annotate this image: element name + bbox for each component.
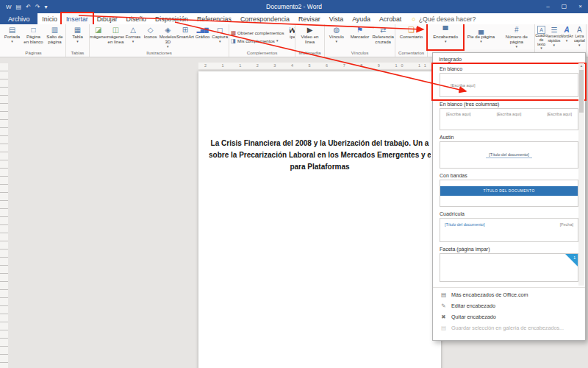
referencia-cruzada-button[interactable]: ⇄ Referencia cruzada <box>371 24 395 49</box>
button-label: Imágenes en línea <box>107 35 125 45</box>
tab-diseno[interactable]: Diseño <box>122 13 151 24</box>
numero-de-pagina-button[interactable]: # Número de página ▾ <box>499 24 534 49</box>
chevron-down-icon: ▾ <box>76 40 79 43</box>
button-label: Obtener complementos <box>237 30 284 35</box>
tab-disposicion[interactable]: Disposición <box>151 13 193 24</box>
header-style-en-blanco[interactable]: En blanco [Escriba aquí] <box>433 64 585 99</box>
marcador-button[interactable]: ⚑ Marcador <box>348 24 372 49</box>
undo-icon[interactable]: ↶ <box>26 4 31 10</box>
tab-dibujar[interactable]: Dibujar <box>93 13 122 24</box>
grafico-button[interactable]: ▂▅▇ Gráfico <box>194 24 212 49</box>
mis-complementos-button[interactable]: ◨ Mis complementos ▾ <box>231 38 288 44</box>
button-label: Página en blanco <box>24 35 43 45</box>
letra-capital-button[interactable]: A Letra capital ▾ <box>573 24 586 49</box>
document-page[interactable]: La Crisis Financiera del 2008 y la Uberi… <box>198 71 441 368</box>
word-logo-icon: W <box>6 4 12 10</box>
tab-insertar[interactable]: Insertar <box>62 13 93 24</box>
chevron-down-icon: ▾ <box>480 40 482 43</box>
cuadro-de-texto-button[interactable]: A Cuadro de texto ▾ <box>535 24 548 49</box>
encabezado-button[interactable]: ▀ Encabezado ▾ <box>428 24 463 49</box>
page-number: 1 <box>573 255 576 260</box>
modelos-3d-button[interactable]: ◈ Modelos 3D ▾ <box>159 24 177 49</box>
video-en-linea-button[interactable]: ▶ Video en línea <box>295 24 324 49</box>
remove-icon: ✖ <box>440 314 447 320</box>
header-style-faceta[interactable]: Faceta (página impar) 1 <box>433 244 585 284</box>
group-label: Ilustraciones <box>90 49 229 57</box>
tab-archivo[interactable]: Archivo <box>0 13 37 24</box>
tab-referencias[interactable]: Referencias <box>193 13 236 24</box>
word-window: W ▤ ↶ ↷ ▾ Documento2 - Word – ▢ × Archiv… <box>0 0 588 368</box>
group-label: Vínculos <box>325 49 395 57</box>
style-preview: TÍTULO DEL DOCUMENTO <box>440 180 578 207</box>
addins-column: ▩ Obtener complementos ◨ Mis complemento… <box>229 24 290 49</box>
scrollbar-thumb[interactable] <box>579 70 584 113</box>
button-label: Gráfico <box>196 35 210 40</box>
maximize-button[interactable]: ▢ <box>556 0 573 13</box>
iconos-button[interactable]: ◇ Iconos <box>142 24 159 49</box>
captura-button[interactable]: ◻ Captura ▾ <box>211 24 229 49</box>
tab-revisar[interactable]: Revisar <box>294 13 325 24</box>
document-title: La Crisis Financiera del 2008 y la Uberi… <box>209 138 431 174</box>
tab-acrobat[interactable]: Acrobat <box>375 13 406 24</box>
redo-icon[interactable]: ↷ <box>35 4 40 10</box>
gallery-scrollbar[interactable]: ▲ <box>578 63 584 286</box>
close-button[interactable]: × <box>573 0 588 13</box>
style-preview: [Escriba aquí] [Escriba aquí] [Escriba a… <box>440 108 578 130</box>
obtener-complementos-button[interactable]: ▩ Obtener complementos <box>231 30 288 36</box>
button-label: Número de página <box>500 35 534 45</box>
qat-customize-icon[interactable]: ▾ <box>45 4 48 10</box>
style-name: Faceta (página impar) <box>440 245 578 253</box>
chevron-down-icon: ▾ <box>276 39 279 43</box>
imagenes-en-linea-button[interactable]: ◫ Imágenes en línea <box>107 24 125 49</box>
title-line: para Plataformas <box>209 161 431 173</box>
group-label: Complementos <box>229 49 295 57</box>
header-style-con-bandas[interactable]: Con bandas TÍTULO DEL DOCUMENTO <box>433 171 585 209</box>
tabla-button[interactable]: ▦ Tabla ▾ <box>66 24 89 49</box>
tab-inicio[interactable]: Inicio <box>37 13 62 24</box>
vertical-ruler <box>0 63 8 368</box>
title-line: La Crisis Financiera del 2008 y la Uberi… <box>209 138 431 149</box>
header-style-cuadricula[interactable]: Cuadrícula [Título del documento] [Fecha… <box>433 209 585 244</box>
save-icon[interactable]: ▤ <box>16 4 22 10</box>
tab-ayuda[interactable]: Ayuda <box>348 13 375 24</box>
ruler-numbers: 2 1 1 2 3 4 5 6 7 8 9 10 11 12 13 <box>198 63 432 69</box>
horizontal-ruler: 2 1 1 2 3 4 5 6 7 8 9 10 11 12 13 <box>198 63 432 69</box>
pie-de-pagina-button[interactable]: ▄ Pie de página ▾ <box>463 24 498 49</box>
tell-me-box[interactable]: ☼ ¿Qué desea hacer? <box>406 13 481 24</box>
menu-separator <box>433 287 585 288</box>
tell-me-label: ¿Qué desea hacer? <box>419 15 476 23</box>
imagenes-button[interactable]: ◪ Imágenes <box>90 24 107 49</box>
button-label: Marcador <box>351 35 370 40</box>
minimize-button[interactable]: – <box>540 0 555 13</box>
smartart-button[interactable]: ⊞ SmartArt <box>176 24 194 49</box>
vinculo-button[interactable]: ◍ Vínculo ▾ <box>325 24 348 49</box>
header-style-austin[interactable]: Austin [Título del documento] <box>433 132 585 171</box>
tab-correspondencia[interactable]: Correspondencia <box>236 13 294 24</box>
salto-de-pagina-button[interactable]: ▥ Salto de página <box>44 24 65 49</box>
comentario-button[interactable]: ❏ Comentario <box>395 24 427 49</box>
button-label: Imágenes <box>90 35 107 40</box>
menu-label: Más encabezados de Office.com <box>451 291 528 298</box>
elementos-rapidos-button[interactable]: ☰ Elementos rápidos ▾ <box>548 24 560 49</box>
quick-access-toolbar: W ▤ ↶ ↷ ▾ <box>0 4 54 10</box>
placeholder-text: [Escriba aquí] <box>547 112 572 130</box>
my-addins-icon: ◨ <box>231 38 236 44</box>
button-label: Salto de página <box>45 35 65 45</box>
menu-editar-encabezado[interactable]: ✎ Editar encabezado <box>433 300 585 311</box>
tab-vista[interactable]: Vista <box>325 13 348 24</box>
menu-mas-encabezados[interactable]: ▤ Más encabezados de Office.com <box>433 289 585 300</box>
group-label: Tablas <box>66 49 89 57</box>
placeholder-text: [Escriba aquí] <box>451 83 476 88</box>
wikipedia-button[interactable]: W Wikipedia <box>290 24 295 49</box>
button-label: SmartArt <box>176 35 194 40</box>
menu-quitar-encabezado[interactable]: ✖ Quitar encabezado <box>433 311 585 322</box>
scroll-up-icon[interactable]: ▲ <box>578 63 584 69</box>
portada-button[interactable]: ▤ Portada ▾ <box>1 24 23 49</box>
chevron-down-icon: ▾ <box>336 40 338 43</box>
button-label: Comentario <box>400 35 423 40</box>
wordart-button[interactable]: A WordArt ▾ <box>561 24 573 49</box>
header-style-tres-columnas[interactable]: En blanco (tres columnas) [Escriba aquí]… <box>433 99 585 132</box>
placeholder-text: [Título del documento] <box>486 152 531 158</box>
pagina-en-blanco-button[interactable]: □ Página en blanco <box>23 24 44 49</box>
formas-button[interactable]: △ Formas ▾ <box>124 24 142 49</box>
